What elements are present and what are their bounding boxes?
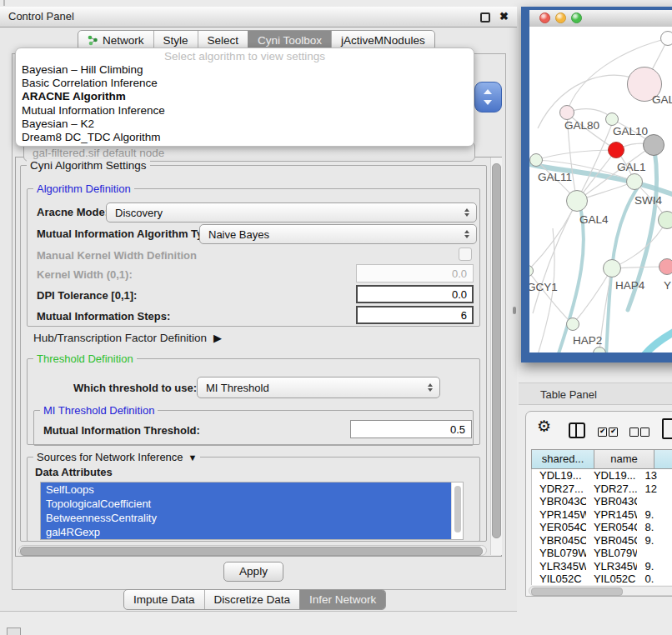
list-scrollbar-thumb[interactable] — [454, 486, 461, 532]
network-window-titlebar[interactable] — [529, 10, 672, 28]
attribute-item-betweennesscentrality[interactable]: BetweennessCentrality — [41, 511, 452, 525]
table-row[interactable]: YDL19...YDL19...13 — [532, 469, 672, 482]
network-node-gal1[interactable] — [626, 173, 643, 190]
network-node-y[interactable] — [659, 258, 672, 275]
network-node[interactable] — [643, 134, 664, 156]
minimize-traffic-light[interactable] — [555, 12, 566, 23]
float-window-icon[interactable] — [480, 12, 490, 22]
tab-infer-network[interactable]: Infer Network — [299, 590, 385, 609]
table-row[interactable]: YPR145WYPR145W9. — [532, 508, 672, 522]
checked-checkbox-icon[interactable]: ✔ — [598, 428, 607, 437]
list-scrollbar[interactable] — [451, 482, 463, 539]
mi-steps-field[interactable] — [356, 306, 474, 324]
attribute-item-topologicalcoefficient[interactable]: TopologicalCoefficient — [41, 497, 452, 511]
table-panel-titlebar[interactable]: Table Panel — [519, 382, 672, 405]
column-header-name[interactable]: name — [594, 449, 654, 469]
stepper-icon — [428, 383, 433, 392]
node-label-gal: GAL — [652, 93, 672, 106]
data-attributes-list[interactable]: SelfLoopsTopologicalCoefficientBetweenne… — [40, 482, 464, 540]
sources-expander[interactable]: Sources for Network Inference ▼ — [33, 451, 200, 463]
network-node-gal4[interactable] — [566, 190, 588, 212]
minimized-window-icon[interactable] — [7, 628, 21, 635]
column-header-a[interactable]: A — [654, 449, 672, 469]
settings-horizontal-scrollbar-thumb[interactable] — [20, 547, 483, 556]
node-label-gal1: GAL1 — [617, 161, 646, 173]
kernel-width-field[interactable] — [356, 264, 474, 282]
network-canvas[interactable]: GALGAL80GAL10GAL11GAL1GAL4SWI4GCY1HAP4YH… — [529, 27, 672, 352]
algorithm-option-bayesian-hill-climbing[interactable]: Bayesian – Hill Climbing — [16, 63, 474, 77]
attribute-item-selfloops[interactable]: SelfLoops — [41, 482, 452, 497]
cell: 12 — [637, 482, 672, 496]
table-row[interactable]: YBR045CYBR045C9. — [532, 534, 672, 548]
algorithm-option-basic-correlation-inference[interactable]: Basic Correlation Inference — [16, 77, 474, 90]
tab-label: jActiveMNodules — [341, 34, 425, 47]
tab-discretize-data[interactable]: Discretize Data — [204, 590, 300, 609]
cell: YDL19... — [532, 469, 586, 482]
network-node-gal10[interactable] — [605, 112, 619, 126]
mi-threshold-label: Mutual Information Threshold: — [43, 424, 200, 437]
mi-threshold-field[interactable] — [350, 420, 472, 438]
tab-impute-data[interactable]: Impute Data — [124, 590, 204, 609]
close-traffic-light[interactable] — [539, 12, 550, 23]
unchecked-checkbox-icon[interactable] — [640, 428, 649, 437]
network-view-window: GALGAL80GAL10GAL11GAL1GAL4SWI4GCY1HAP4YH… — [521, 7, 672, 362]
algorithm-dropdown-placeholder: Select algorithm to view settings — [16, 50, 474, 63]
manual-kernel-checkbox[interactable] — [459, 248, 472, 261]
network-node-swi4[interactable] — [658, 211, 672, 229]
table-row[interactable]: YDR27...YDR27...12 — [532, 482, 672, 496]
column-header-shared[interactable]: shared... — [531, 449, 594, 469]
cell: YPR145W — [586, 508, 638, 522]
mi-algorithm-type-select[interactable]: Naive Bayes — [199, 224, 477, 244]
table-body[interactable]: YDL19...YDL19...13YDR27...YDR27...12YBR0… — [531, 469, 672, 585]
table-row[interactable]: YER054CYER054C8. — [532, 521, 672, 534]
network-node[interactable] — [660, 31, 672, 46]
table-row[interactable]: YIL052CYIL052C0. — [532, 572, 672, 585]
cell: YDR27... — [586, 482, 638, 496]
algorithm-option-bayesian-k2[interactable]: Bayesian – K2 — [16, 118, 474, 131]
bottom-tabs: Impute DataDiscretize DataInfer Network — [123, 589, 386, 610]
cell: YBR045C — [532, 534, 586, 548]
network-node-gal80[interactable] — [559, 105, 574, 120]
zoom-traffic-light[interactable] — [571, 12, 582, 23]
settings-vertical-scrollbar-thumb[interactable] — [492, 163, 501, 538]
focused-combo-stepper[interactable] — [474, 82, 502, 112]
dpi-tolerance-field[interactable] — [356, 285, 474, 303]
columns-icon[interactable] — [569, 422, 585, 438]
network-node-hap2[interactable] — [566, 318, 579, 331]
close-icon[interactable]: ✖ — [499, 8, 509, 25]
table-horizontal-scrollbar[interactable] — [529, 586, 672, 596]
algorithm-option-aracne-algorithm[interactable]: ARACNE Algorithm — [16, 90, 474, 103]
network-node[interactable] — [608, 142, 624, 158]
control-panel-titlebar[interactable]: Control Panel ✖ — [0, 7, 517, 28]
aracne-mode-select[interactable]: Discovery — [106, 202, 477, 222]
node-label-swi4: SWI4 — [634, 194, 662, 207]
node-label-hap2: HAP2 — [573, 334, 602, 347]
which-threshold-label: Which threshold to use: — [73, 382, 197, 394]
apply-button[interactable]: Apply — [223, 562, 283, 582]
node-label-gal80: GAL80 — [564, 119, 599, 132]
threshold-select[interactable]: MI Threshold — [197, 377, 440, 398]
panel-divider-grip[interactable] — [513, 307, 516, 314]
table-row[interactable]: YBR043CYBR043C — [532, 495, 672, 508]
document-icon[interactable] — [662, 418, 672, 439]
table-row[interactable]: YLR345WYLR345W9. — [532, 560, 672, 573]
tab-label: Impute Data — [133, 593, 195, 606]
algorithm-option-mutual-information-inference[interactable]: Mutual Information Inference — [16, 104, 474, 118]
cell: 0. — [637, 572, 672, 585]
kernel-width-label: Kernel Width (0,1): — [37, 268, 133, 281]
network-node-hap4[interactable] — [603, 259, 621, 278]
node-label-gcy1: GCY1 — [529, 281, 558, 293]
threshold-definition-title: Threshold Definition — [33, 352, 137, 365]
gear-icon[interactable]: ⚙ — [537, 418, 551, 436]
table-row[interactable]: YBL079WYBL079W — [532, 547, 672, 560]
unchecked-checkbox-icon[interactable] — [629, 428, 639, 437]
network-node-gal11[interactable] — [529, 153, 543, 167]
cell: YLR345W — [586, 560, 638, 573]
attribute-item-gal4rgexp[interactable]: gal4RGexp — [41, 525, 452, 539]
hub-definition-expander[interactable]: Hub/Transcription Factor Definition ▶ — [33, 332, 222, 344]
checked-checkbox-icon[interactable]: ✔ — [609, 428, 618, 437]
table-scrollbar-thumb[interactable] — [531, 588, 623, 596]
algorithm-option-dream8-dc-tdc-algorithm[interactable]: Dream8 DC_TDC Algorithm — [16, 131, 474, 144]
node-label-hap4: HAP4 — [615, 279, 644, 292]
table-header-row: shared...nameA — [531, 449, 672, 469]
